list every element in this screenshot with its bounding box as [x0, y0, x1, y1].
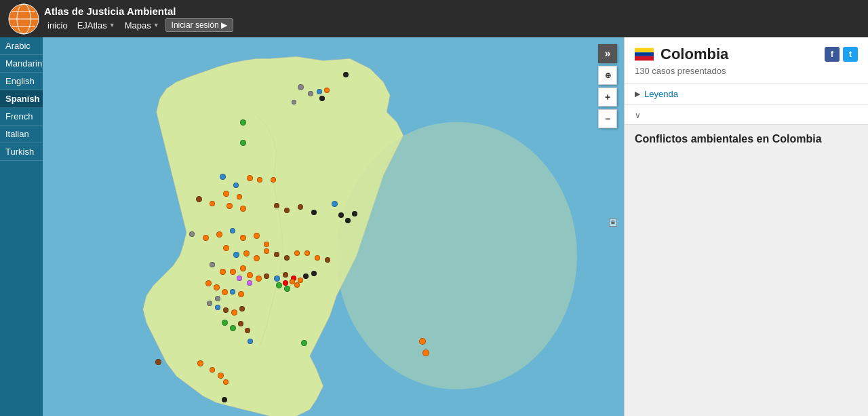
map-dot[interactable]	[254, 233, 260, 239]
nav-inicio[interactable]: inicio	[44, 19, 71, 32]
legend-toggle[interactable]: ▶ Leyenda	[625, 83, 868, 105]
map-dot[interactable]	[230, 228, 235, 233]
map-dot[interactable]	[254, 255, 260, 261]
map-dot[interactable]	[283, 272, 288, 278]
map-dot[interactable]	[220, 269, 226, 275]
map-dot[interactable]	[324, 88, 330, 93]
map-dot[interactable]	[294, 250, 300, 256]
map-dot[interactable]	[215, 305, 220, 310]
lang-item-spanish[interactable]: Spanish	[0, 90, 43, 108]
map-dot[interactable]	[274, 203, 279, 208]
map-dot[interactable]	[230, 269, 236, 275]
zoom-out-button[interactable]: −	[598, 109, 617, 128]
lang-item-mandarin[interactable]: Mandarin	[0, 55, 43, 73]
map-dot[interactable]	[274, 276, 280, 282]
map-dot[interactable]	[205, 280, 212, 286]
map-dot[interactable]	[332, 201, 338, 207]
map-dot[interactable]	[422, 349, 429, 356]
map-container[interactable]: » ⊕ + − ⊞	[43, 37, 624, 416]
map-dot[interactable]	[303, 273, 309, 279]
map-dot[interactable]	[222, 397, 227, 402]
map-dot[interactable]	[294, 282, 300, 288]
map-dot[interactable]	[317, 89, 322, 94]
map-dot[interactable]	[352, 211, 357, 216]
map-dot[interactable]	[274, 252, 279, 257]
map-dot[interactable]	[248, 339, 253, 344]
map-dot[interactable]	[210, 262, 215, 267]
map-dot[interactable]	[226, 203, 233, 209]
map-dot[interactable]	[210, 367, 215, 373]
map-dot[interactable]	[325, 257, 330, 263]
map-dot[interactable]	[284, 208, 290, 213]
map-dot[interactable]	[308, 91, 313, 96]
map-dot[interactable]	[264, 242, 269, 247]
map-dot[interactable]	[222, 289, 228, 295]
map-dot[interactable]	[298, 204, 303, 210]
map-dot[interactable]	[196, 196, 202, 202]
map-dot[interactable]	[292, 100, 296, 105]
map-dot[interactable]	[301, 340, 307, 346]
map-dot[interactable]	[245, 328, 250, 333]
facebook-button[interactable]: f	[825, 47, 840, 62]
twitter-button[interactable]: t	[843, 47, 858, 62]
map-dot[interactable]	[304, 250, 310, 256]
map-dot[interactable]	[240, 235, 246, 241]
map-dot[interactable]	[264, 248, 269, 254]
map-dot[interactable]	[230, 289, 235, 295]
lang-item-arabic[interactable]: Arabic	[0, 37, 43, 55]
toggle-sidebar-button[interactable]: »	[598, 44, 617, 63]
map-dot[interactable]	[264, 273, 269, 279]
legend-expand-arrow[interactable]: ∨	[625, 105, 868, 125]
map-dot[interactable]	[240, 265, 246, 271]
nav-ejatlas[interactable]: EJAtlas ▼	[74, 19, 119, 32]
map-dot[interactable]	[240, 206, 246, 212]
map-dot[interactable]	[247, 272, 253, 278]
lang-item-turkish[interactable]: Turkish	[0, 143, 43, 161]
map-dot[interactable]	[284, 255, 290, 261]
map-dot[interactable]	[311, 210, 317, 215]
map-dot[interactable]	[237, 194, 242, 200]
map-dot[interactable]	[237, 276, 242, 281]
map-dot[interactable]	[238, 321, 243, 326]
map-dot[interactable]	[223, 307, 229, 313]
map-dot[interactable]	[311, 271, 317, 276]
map-dot[interactable]	[233, 252, 239, 258]
map-dot[interactable]	[189, 231, 195, 237]
map-dot[interactable]	[345, 218, 351, 223]
nav-mapas[interactable]: Mapas ▼	[121, 19, 163, 32]
map-dot[interactable]	[240, 119, 246, 126]
map-dot[interactable]	[298, 278, 303, 283]
map-dot[interactable]	[223, 379, 229, 385]
lang-item-italian[interactable]: Italian	[0, 126, 43, 143]
map-dot[interactable]	[210, 201, 215, 206]
map-dot[interactable]	[222, 320, 228, 326]
map-dot[interactable]	[247, 280, 252, 286]
map-dot[interactable]	[223, 245, 229, 251]
map-dot[interactable]	[238, 291, 244, 297]
map-dot[interactable]	[243, 250, 250, 257]
map-dot[interactable]	[233, 183, 239, 188]
map-dot[interactable]	[271, 177, 276, 183]
map-dot[interactable]	[197, 360, 203, 366]
map-dot[interactable]	[214, 284, 220, 290]
login-button[interactable]: Iniciar sesión ▶	[165, 18, 233, 32]
map-dot[interactable]	[315, 255, 320, 261]
map-dot[interactable]	[247, 175, 253, 181]
map-dot[interactable]	[216, 231, 222, 238]
map-dot[interactable]	[239, 306, 245, 311]
map-dot[interactable]	[155, 359, 161, 365]
map-dot[interactable]	[284, 286, 290, 292]
map-dot[interactable]	[220, 174, 226, 180]
map-dot[interactable]	[283, 280, 288, 286]
map-dot[interactable]	[298, 84, 304, 90]
lang-item-french[interactable]: French	[0, 108, 43, 126]
zoom-in-button[interactable]: +	[598, 88, 617, 107]
map-dot[interactable]	[207, 301, 212, 306]
map-dot[interactable]	[338, 212, 344, 218]
map-dot[interactable]	[419, 338, 426, 345]
layer-button[interactable]: ⊕	[598, 66, 617, 85]
map-dot[interactable]	[257, 177, 262, 183]
map-dot[interactable]	[203, 235, 209, 241]
map-dot[interactable]	[218, 373, 224, 379]
map-dot[interactable]	[231, 309, 237, 316]
